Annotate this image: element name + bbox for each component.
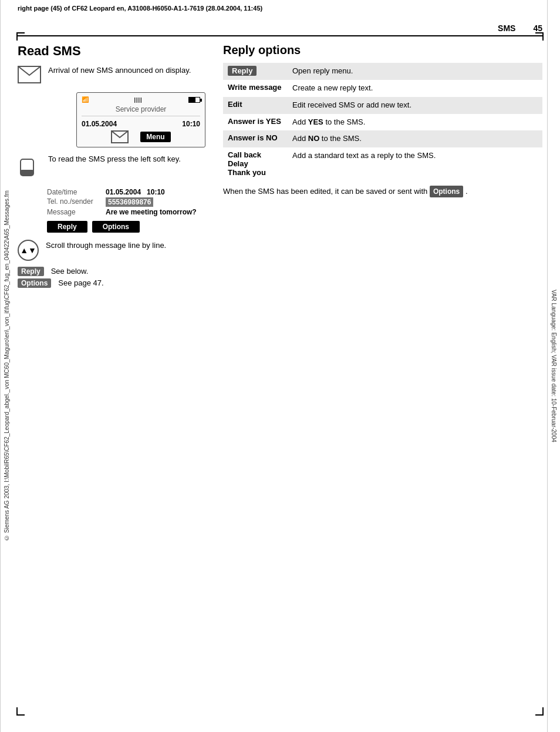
options-row-desc: Add YES to the SMS. bbox=[288, 114, 542, 131]
sms-msg-label: Message bbox=[47, 208, 106, 216]
sms-tel-row: Tel. no./sender 55536989876 bbox=[47, 197, 205, 207]
sms-reply-button[interactable]: Reply bbox=[47, 221, 87, 233]
two-column-layout: Read SMS Arrival of new SMS announced on… bbox=[18, 43, 542, 290]
page-meta: right page (45) of CF62 Leopard en, A310… bbox=[18, 5, 542, 12]
sms-msg-row: Message Are we meeting tomorrow? bbox=[47, 208, 205, 216]
options-table-row: Write messageCreate a new reply text. bbox=[223, 80, 542, 97]
phone-datetime: 01.05.2004 10:10 bbox=[82, 120, 200, 128]
sms-options-button[interactable]: Options bbox=[92, 221, 140, 233]
phone-envelope-icon bbox=[111, 130, 129, 143]
left-column: Read SMS Arrival of new SMS announced on… bbox=[18, 43, 205, 290]
main-content: SMS 45 Read SMS Arrival of new SMS annou… bbox=[18, 23, 542, 714]
sms-action-buttons: Reply Options bbox=[47, 221, 205, 233]
read-sms-title: Read SMS bbox=[18, 43, 205, 59]
arrival-desc-text: Arrival of new SMS announced on display. bbox=[48, 65, 191, 76]
sms-date-value: 01.05.2004 10:10 bbox=[106, 188, 165, 196]
options-row-key: Answer is YES bbox=[223, 114, 288, 131]
page-meta-bold: right page (45) of CF62 Leopard en, A310… bbox=[18, 5, 262, 12]
sms-tel-value: 55536989876 bbox=[106, 197, 153, 207]
options-note-end: . bbox=[465, 187, 468, 196]
scroll-desc-text: Scroll through message line by line. bbox=[46, 240, 166, 251]
options-table-row: Call backDelayThank youAdd a standard te… bbox=[223, 147, 542, 180]
sms-date-row: Date/time 01.05.2004 10:10 bbox=[47, 188, 205, 196]
options-row-key: Write message bbox=[223, 80, 288, 97]
options-row-key: Answer is NO bbox=[223, 130, 288, 147]
options-row-key: Edit bbox=[223, 97, 288, 114]
options-table-row: Answer is YESAdd YES to the SMS. bbox=[223, 114, 542, 131]
options-tag-line: Options See page 47. bbox=[18, 278, 205, 288]
reply-options-table: ReplyOpen reply menu.Write messageCreate… bbox=[223, 63, 542, 180]
phone-date: 01.05.2004 bbox=[82, 120, 117, 128]
phone-antenna: 📶 bbox=[82, 96, 88, 103]
options-row-desc: Create a new reply text. bbox=[288, 80, 542, 97]
options-row-key: Call backDelayThank you bbox=[223, 147, 288, 180]
options-row-desc: Add a standard text as a reply to the SM… bbox=[288, 147, 542, 180]
scroll-icon: ▲▼ bbox=[18, 240, 39, 261]
options-row-key: Reply bbox=[223, 63, 288, 80]
options-row-desc: Edit received SMS or add new text. bbox=[288, 97, 542, 114]
phone-antenna-bars: |||| bbox=[134, 97, 142, 103]
options-row-desc: Add NO to the SMS. bbox=[288, 130, 542, 147]
header-row: SMS 45 bbox=[18, 23, 542, 36]
read-desc-block: To read the SMS press the left soft key. bbox=[18, 153, 205, 181]
phone-battery-icon bbox=[188, 97, 200, 103]
sidebar-right-text: VAR Language: English; VAR issue date: 1… bbox=[547, 0, 560, 732]
arrival-desc-block: Arrival of new SMS announced on display. bbox=[18, 65, 205, 86]
options-note-tag: Options bbox=[430, 186, 463, 197]
options-key-tag: Reply bbox=[228, 66, 257, 76]
options-note-text: When the SMS has been edited, it can be … bbox=[223, 187, 427, 196]
sms-msg-value: Are we meeting tomorrow? bbox=[106, 208, 197, 216]
reply-tag: Reply bbox=[18, 267, 44, 276]
read-desc-text: To read the SMS press the left soft key. bbox=[48, 153, 181, 165]
options-tag: Options bbox=[18, 278, 51, 288]
options-tag-desc: See page 47. bbox=[58, 278, 103, 287]
key-icon bbox=[18, 155, 41, 181]
sms-detail-table: Date/time 01.05.2004 10:10 Tel. no./send… bbox=[47, 188, 205, 233]
sms-date-label: Date/time bbox=[47, 188, 106, 196]
header-page-number: 45 bbox=[533, 23, 542, 33]
envelope-icon bbox=[18, 66, 41, 86]
phone-provider-text: Service provider bbox=[82, 105, 200, 113]
sms-tel-label: Tel. no./sender bbox=[47, 197, 106, 207]
scroll-symbol: ▲▼ bbox=[20, 246, 36, 255]
options-note: When the SMS has been edited, it can be … bbox=[223, 186, 542, 197]
options-row-desc: Open reply menu. bbox=[288, 63, 542, 80]
svg-rect-3 bbox=[21, 170, 33, 176]
reply-tag-line: Reply See below. bbox=[18, 267, 205, 276]
phone-screen: 📶 |||| Service provider 01.05.2004 10:10 bbox=[76, 92, 205, 147]
options-table-row: Answer is NOAdd NO to the SMS. bbox=[223, 130, 542, 147]
sidebar-left-text: © Siemens AG 2003, I:\MobilR65\CF62_Leop… bbox=[0, 0, 13, 732]
reply-options-title: Reply options bbox=[223, 43, 542, 57]
scroll-desc-block: ▲▼ Scroll through message line by line. bbox=[18, 240, 205, 261]
phone-menu-button[interactable]: Menu bbox=[140, 132, 170, 142]
options-table-row: ReplyOpen reply menu. bbox=[223, 63, 542, 80]
phone-time: 10:10 bbox=[182, 120, 200, 128]
options-table-row: EditEdit received SMS or add new text. bbox=[223, 97, 542, 114]
right-column: Reply options ReplyOpen reply menu.Write… bbox=[223, 43, 542, 290]
header-sms-label: SMS bbox=[498, 23, 515, 33]
reply-tag-desc: See below. bbox=[51, 267, 89, 276]
phone-icon-row: Menu bbox=[82, 130, 200, 143]
